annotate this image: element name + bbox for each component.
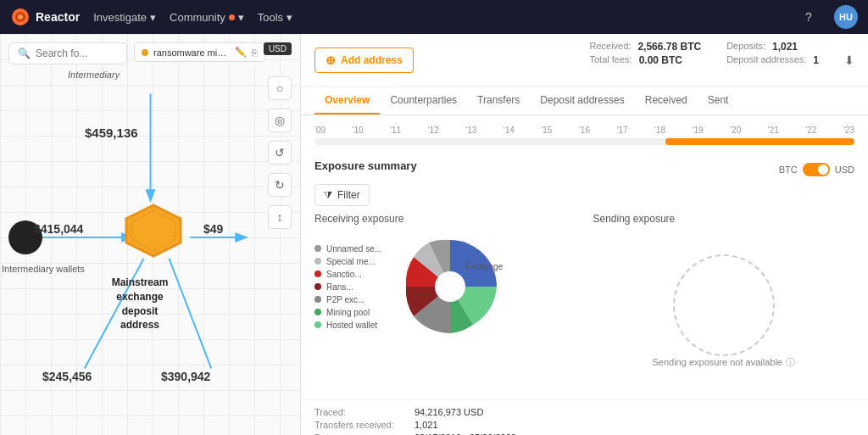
tabs-row: Overview Counterparties Transfers Deposi… <box>301 87 868 115</box>
navbar: Reactor Investigate ▾ Community ▾ Tools … <box>0 0 868 34</box>
search-bar[interactable]: 🔍 <box>8 42 127 64</box>
add-address-button[interactable]: ⊕ Add address <box>314 47 414 73</box>
legend-p2p: P2P exc... <box>314 295 381 304</box>
right-toolbar: ○ ◎ ↺ ↻ ↕ <box>268 76 292 229</box>
filter-button[interactable]: ⧩ Filter <box>314 184 370 206</box>
toggle-switch[interactable] <box>803 163 830 176</box>
timeline-area: '09'10 '11'12 '13'14 '15'16 '17'18 '19'2… <box>301 115 868 153</box>
tools-menu[interactable]: Tools ▾ <box>258 11 292 24</box>
tab-counterparties[interactable]: Counterparties <box>380 87 467 114</box>
legend-mining: Mining pool <box>314 308 381 317</box>
redo-button[interactable]: ↻ <box>268 173 292 197</box>
legend-unnamed: Unnamed se... <box>314 244 381 254</box>
add-address-label: Add address <box>341 54 403 66</box>
tab-overview[interactable]: Overview <box>314 87 380 114</box>
btc-label: BTC <box>779 165 798 175</box>
tools-chevron-icon: ▾ <box>287 11 292 24</box>
timeline-labels: '09'10 '11'12 '13'14 '15'16 '17'18 '19'2… <box>314 125 854 135</box>
community-dot-icon <box>229 14 235 20</box>
exposure-header: Exposure summary BTC USD <box>314 159 854 179</box>
undo-button[interactable]: ↺ <box>268 141 292 165</box>
tab-deposit-addresses[interactable]: Deposit addresses <box>530 87 634 114</box>
search-icon: 🔍 <box>18 47 31 59</box>
timeline-fill <box>665 138 854 145</box>
circle-tool-button[interactable]: ○ <box>268 76 292 100</box>
amount-bottom-left: $245,456 <box>42 370 92 383</box>
traced-row: Traced: 94,216,973 USD <box>314 407 854 417</box>
timeline-bar[interactable] <box>314 138 854 145</box>
brand-name: Reactor <box>36 10 80 24</box>
community-menu[interactable]: Community ▾ <box>170 11 244 24</box>
deposit-addr-value: 1 <box>813 54 819 66</box>
intermediary-top-label: Intermediary <box>68 70 120 80</box>
deposits-stat: Deposits: 1,021 Deposit addresses: 1 <box>726 41 819 66</box>
svg-point-2 <box>18 14 23 20</box>
traced-value: 94,216,973 USD <box>415 407 483 417</box>
legend-dot-special <box>314 258 321 265</box>
main-layout: 🔍 ransomware mining la... ✏️ ⎘ USD Inter… <box>0 34 868 435</box>
add-icon: ⊕ <box>326 53 336 67</box>
pie-legend: Unnamed se... Special me... Sanctio... <box>314 244 381 330</box>
received-stat: Received: 2,566.78 BTC Total fees: 0.00 … <box>590 41 702 66</box>
hex-node[interactable] <box>123 204 184 258</box>
download-button[interactable]: ⬇ <box>844 53 854 67</box>
sending-chart-title: Sending exposure <box>593 213 676 225</box>
search-input[interactable] <box>36 47 118 59</box>
community-label: Community <box>170 11 225 24</box>
tab-transfers[interactable]: Transfers <box>467 87 530 114</box>
currency-toggle[interactable]: BTC USD <box>779 163 854 176</box>
legend-hosted: Hosted wallet <box>314 321 381 330</box>
reactor-logo-icon <box>10 7 31 27</box>
info-icon: ⓘ <box>786 356 795 369</box>
community-chevron-icon: ▾ <box>238 11 244 24</box>
deposit-addr-label: Deposit addresses: <box>726 54 806 66</box>
legend-dot-mining <box>314 309 321 315</box>
sending-chart-area: Sending exposure not available ⓘ <box>652 231 795 391</box>
exposure-section: Exposure summary BTC USD ⧩ Filter <box>301 153 868 213</box>
legend-dot-sanctions <box>314 270 321 277</box>
deposits-value: 1,021 <box>772 41 798 53</box>
sort-button[interactable]: ↕ <box>268 205 292 229</box>
legend-ransomware: Rans... <box>314 282 381 292</box>
help-button[interactable]: ? <box>797 5 821 29</box>
received-value: 2,566.78 BTC <box>637 41 701 53</box>
tab-sent[interactable]: Sent <box>698 87 739 114</box>
dashed-circle <box>673 254 775 356</box>
charts-row: Receiving exposure Unnamed se... Special… <box>301 213 868 399</box>
graph-panel: 🔍 ransomware mining la... ✏️ ⎘ USD Inter… <box>0 34 301 435</box>
logo[interactable]: Reactor <box>10 7 80 27</box>
address-dot-icon <box>142 49 148 56</box>
share-icon[interactable]: ⎘ <box>252 47 258 58</box>
right-panel: ⊕ Add address Received: 2,566.78 BTC Tot… <box>301 34 868 435</box>
edit-icon[interactable]: ✏️ <box>235 47 247 58</box>
currency-badge[interactable]: USD <box>264 42 292 55</box>
address-tag[interactable]: ransomware mining la... ✏️ ⎘ <box>134 42 265 62</box>
transfers-row: Transfers received: 1,021 <box>314 420 854 430</box>
deposits-label: Deposits: <box>726 41 765 53</box>
amount-right-top: $49 <box>203 222 223 236</box>
stats-row: ⊕ Add address Received: 2,566.78 BTC Tot… <box>301 34 868 87</box>
tools-label: Tools <box>258 11 283 24</box>
svg-marker-8 <box>126 205 181 256</box>
legend-dot-p2p <box>314 296 321 303</box>
pie-chart-wrapper: Unnamed se... Special me... Sanctio... <box>314 231 576 342</box>
filter-icon: ⧩ <box>324 189 332 201</box>
legend-dot-ransomware <box>314 283 321 290</box>
amount-bottom-right: $390,942 <box>161 370 210 383</box>
legend-dot-unnamed <box>314 245 321 252</box>
legend-dot-hosted <box>314 321 321 328</box>
svg-point-10 <box>435 271 465 302</box>
graph-canvas[interactable]: 🔍 ransomware mining la... ✏️ ⎘ USD Inter… <box>0 34 300 435</box>
user-avatar[interactable]: HU <box>834 5 858 29</box>
tab-received[interactable]: Received <box>635 87 698 114</box>
investigate-chevron-icon: ▾ <box>150 11 156 24</box>
sending-not-available: Sending exposure not available ⓘ <box>652 254 795 369</box>
receiving-chart-title: Receiving exposure <box>314 213 403 225</box>
target-tool-button[interactable]: ◎ <box>268 109 292 132</box>
bottom-stats: Traced: 94,216,973 USD Transfers receive… <box>301 399 868 435</box>
toggle-knob <box>818 165 828 175</box>
address-label: ransomware mining la... <box>153 47 230 58</box>
transfers-value: 1,021 <box>415 420 438 430</box>
fees-value: 0.00 BTC <box>639 54 682 66</box>
investigate-menu[interactable]: Investigate ▾ <box>93 11 156 24</box>
